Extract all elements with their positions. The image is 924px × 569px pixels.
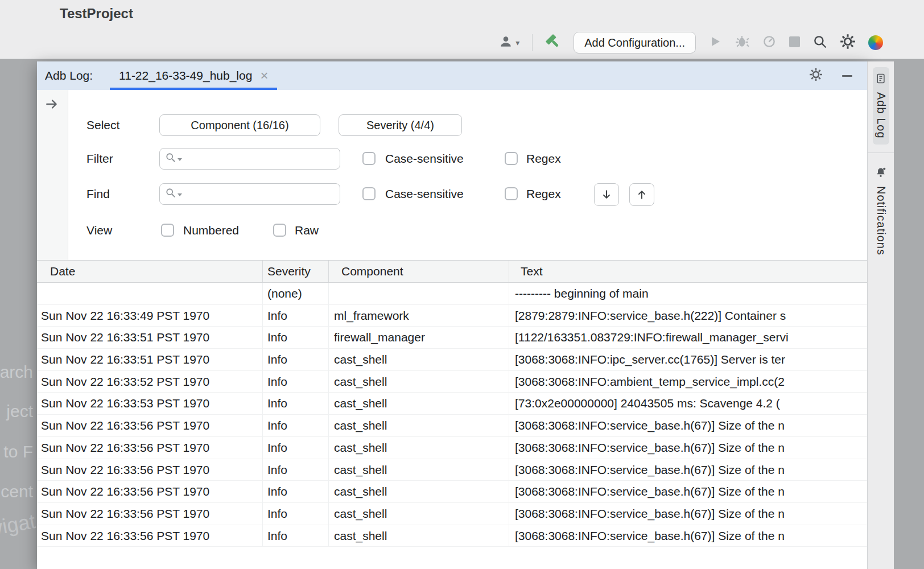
log-filter-form: Select Component (16/16) Severity (4/4) … (68, 90, 867, 260)
column-header-date[interactable]: Date (37, 261, 263, 282)
panel-settings-button[interactable] (809, 68, 823, 84)
column-header-severity[interactable]: Severity (263, 261, 329, 282)
chevron-down-icon[interactable] (178, 193, 182, 196)
stop-button[interactable] (789, 36, 800, 50)
log-severity-cell: Info (263, 437, 329, 459)
bug-icon (735, 34, 749, 51)
log-table: Date Severity Component Text (none) ----… (37, 260, 867, 569)
log-component-cell: cast_shell (329, 481, 509, 502)
table-row[interactable]: Sun Nov 22 16:33:52 PST 1970 Info cast_s… (37, 371, 867, 393)
numbered-label: Numbered (183, 220, 239, 241)
user-account-button[interactable]: ▾ (498, 34, 519, 51)
debug-button[interactable] (735, 34, 749, 51)
component-filter-button[interactable]: Component (16/16) (159, 114, 320, 136)
search-icon (812, 34, 827, 51)
log-text-cell: [3068:3068:INFO:ambient_temp_service_imp… (509, 371, 867, 393)
stripe-tab-notifications[interactable]: Notifications (873, 161, 889, 261)
log-text-cell: [3068:3068:INFO:service_base.h(67)] Size… (509, 503, 867, 525)
log-severity-cell: Info (263, 305, 329, 327)
settings-button[interactable] (840, 34, 856, 52)
background-fragments: archjectto Fcentvigat (0, 59, 37, 569)
log-text-cell: [3068:3068:INFO:service_base.h(67)] Size… (509, 437, 867, 459)
log-text-cell: [1122/163351.083729:INFO:firewall_manage… (509, 327, 867, 348)
adb-log-panel: Adb Log: 11-22_16-33-49_hub_log × Select… (37, 61, 867, 569)
arrow-right-icon[interactable] (44, 97, 59, 114)
table-row[interactable]: Sun Nov 22 16:33:49 PST 1970 Info ml_fra… (37, 305, 867, 327)
table-body: (none) --------- beginning of main Sun N… (37, 283, 867, 547)
log-date-cell: Sun Nov 22 16:33:56 PST 1970 (37, 525, 263, 547)
find-regex-checkbox[interactable] (505, 187, 518, 200)
column-header-component[interactable]: Component (329, 261, 509, 282)
table-row[interactable]: (none) --------- beginning of main (37, 283, 867, 305)
table-row[interactable]: Sun Nov 22 16:33:56 PST 1970 Info cast_s… (37, 459, 867, 481)
table-row[interactable]: Sun Nov 22 16:33:56 PST 1970 Info cast_s… (37, 415, 867, 437)
log-file-tab[interactable]: 11-22_16-33-49_hub_log × (110, 61, 277, 90)
build-button[interactable] (545, 34, 561, 52)
gear-icon (809, 68, 823, 81)
panel-header: Adb Log: 11-22_16-33-49_hub_log × (37, 61, 867, 90)
table-row[interactable]: Sun Nov 22 16:33:56 PST 1970 Info cast_s… (37, 503, 867, 525)
filter-input[interactable] (187, 152, 334, 166)
filter-regex-checkbox[interactable] (505, 152, 518, 165)
search-icon (166, 152, 176, 165)
table-row[interactable]: Sun Nov 22 16:33:51 PST 1970 Info firewa… (37, 327, 867, 349)
table-row[interactable]: Sun Nov 22 16:33:56 PST 1970 Info cast_s… (37, 525, 867, 547)
log-component-cell: cast_shell (329, 503, 509, 525)
tab-label: 11-22_16-33-49_hub_log (119, 69, 252, 83)
panel-body: Select Component (16/16) Severity (4/4) … (37, 90, 867, 569)
table-row[interactable]: Sun Nov 22 16:33:56 PST 1970 Info cast_s… (37, 437, 867, 459)
log-text-cell: [73:0x2e00000000] 24043505 ms: Scavenge … (509, 393, 867, 414)
close-icon[interactable]: × (260, 69, 268, 83)
profiler-button[interactable] (762, 34, 777, 51)
find-case-sensitive-checkbox[interactable] (362, 187, 376, 200)
search-everywhere-button[interactable] (812, 34, 827, 51)
log-severity-cell: Info (263, 415, 329, 436)
run-button[interactable] (708, 35, 722, 51)
filter-case-sensitive-checkbox[interactable] (362, 152, 376, 165)
arrow-up-icon (636, 188, 647, 201)
chevron-down-icon[interactable] (178, 158, 182, 161)
table-row[interactable]: Sun Nov 22 16:33:53 PST 1970 Info cast_s… (37, 393, 867, 415)
bell-icon (875, 167, 886, 180)
stripe-tab-adb-log[interactable]: Adb Log (873, 67, 889, 145)
find-input[interactable] (187, 187, 334, 201)
find-next-button[interactable] (594, 183, 619, 206)
log-component-cell: cast_shell (329, 415, 509, 436)
table-row[interactable]: Sun Nov 22 16:33:51 PST 1970 Info cast_s… (37, 349, 867, 371)
minimize-icon (842, 75, 852, 77)
log-component-cell: cast_shell (329, 349, 509, 370)
background-text-fragment: to F (3, 442, 33, 461)
numbered-checkbox[interactable] (161, 224, 174, 237)
log-severity-cell: Info (263, 459, 329, 481)
table-row[interactable]: Sun Nov 22 16:33:56 PST 1970 Info cast_s… (37, 481, 867, 503)
stop-icon (789, 36, 800, 50)
log-component-cell: cast_shell (329, 437, 509, 459)
raw-label: Raw (295, 220, 319, 241)
log-severity-cell: (none) (263, 283, 329, 304)
window-title: TestProject (60, 6, 133, 22)
column-header-text[interactable]: Text (509, 261, 867, 282)
find-case-sensitive-label: Case-sensitive (385, 183, 464, 205)
log-severity-cell: Info (263, 503, 329, 525)
log-severity-cell: Info (263, 393, 329, 414)
table-header: Date Severity Component Text (37, 260, 867, 283)
log-date-cell: Sun Nov 22 16:33:53 PST 1970 (37, 393, 263, 414)
log-text-cell: [3068:3068:INFO:service_base.h(67)] Size… (509, 459, 867, 481)
background-text-fragment: ject (6, 402, 33, 421)
find-previous-button[interactable] (629, 183, 654, 206)
log-text-cell: [3068:3068:INFO:ipc_server.cc(1765)] Ser… (509, 349, 867, 370)
ai-assistant-icon (868, 35, 883, 50)
log-severity-cell: Info (263, 481, 329, 502)
log-severity-cell: Info (263, 349, 329, 370)
log-severity-cell: Info (263, 327, 329, 348)
log-text-cell: [3068:3068:INFO:service_base.h(67)] Size… (509, 415, 867, 436)
hide-panel-button[interactable] (842, 75, 852, 77)
log-text-cell: [3068:3068:INFO:service_base.h(67)] Size… (509, 525, 867, 547)
stripe-tab-notifications-label: Notifications (874, 186, 888, 255)
add-configuration-button[interactable]: Add Configuration... (574, 32, 696, 53)
raw-checkbox[interactable] (273, 224, 286, 237)
panel-header-actions (809, 68, 867, 84)
panel-title: Adb Log: (45, 69, 93, 83)
severity-filter-button[interactable]: Severity (4/4) (339, 114, 462, 136)
ai-assistant-button[interactable] (868, 35, 883, 50)
